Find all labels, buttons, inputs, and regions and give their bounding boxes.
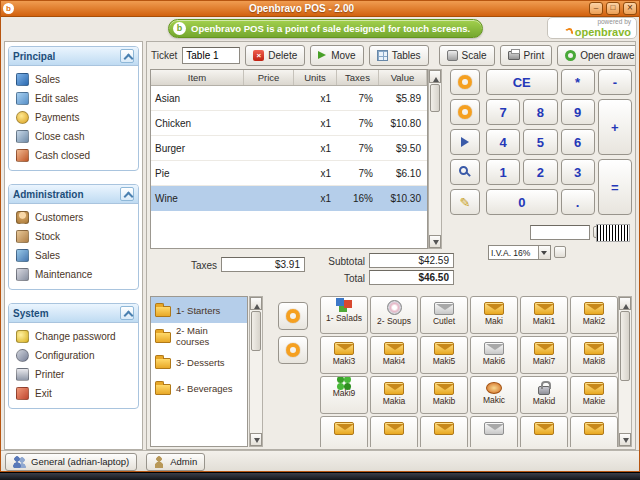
receipt-row[interactable]: Asianx17%$5.89: [151, 86, 427, 111]
sidebar-item-cash-closed[interactable]: Cash closed: [11, 146, 136, 165]
receipt-row[interactable]: Piex17%$6.10: [151, 161, 427, 186]
key-6[interactable]: 6: [561, 129, 595, 155]
key-8[interactable]: 8: [523, 99, 557, 125]
product-button[interactable]: Maki8: [570, 336, 618, 374]
product-button[interactable]: Maki9: [320, 376, 368, 414]
receipt-row-selected[interactable]: Winex116%$10.30: [151, 186, 427, 211]
sidebar-item-maintenance[interactable]: Maintenance: [11, 265, 136, 284]
product-button[interactable]: Makic: [470, 376, 518, 414]
sign-button[interactable]: [450, 129, 480, 155]
tax-select[interactable]: I.V.A. 16%: [488, 245, 551, 260]
key-CE[interactable]: CE: [486, 69, 558, 95]
open-drawer-button[interactable]: Open drawer: [557, 45, 636, 66]
product-button[interactable]: Maki3: [320, 336, 368, 374]
receipt-scrollbar[interactable]: [428, 69, 442, 249]
key-4[interactable]: 4: [486, 129, 520, 155]
scroll-up-button[interactable]: [429, 70, 441, 83]
product-button[interactable]: Maki5: [420, 336, 468, 374]
user-tab[interactable]: General (adrian-laptop): [5, 453, 137, 471]
move-button[interactable]: Move: [310, 45, 363, 66]
product-button[interactable]: 1- Salads: [320, 296, 368, 334]
amount-input[interactable]: [530, 225, 590, 240]
delete-button[interactable]: Delete: [245, 45, 305, 66]
sidebar-item-sales-admin[interactable]: Sales: [11, 246, 136, 265]
product-button[interactable]: Maki6: [470, 336, 518, 374]
key-0[interactable]: 0: [486, 189, 558, 215]
sidebar-item-customers[interactable]: Customers: [11, 208, 136, 227]
product-button[interactable]: [370, 416, 418, 447]
product-scrollbar[interactable]: [618, 296, 632, 447]
product-button[interactable]: [570, 416, 618, 447]
collapse-button-chevron-up-icon[interactable]: [120, 187, 134, 201]
category-up-button[interactable]: [278, 302, 308, 330]
scroll-down-button[interactable]: [429, 235, 441, 248]
scroll-up-button[interactable]: [250, 297, 262, 310]
scroll-up-button[interactable]: [619, 297, 631, 310]
edit-button[interactable]: [450, 189, 480, 215]
category-item-beverages[interactable]: 4- Beverages: [151, 375, 247, 401]
key-plus[interactable]: +: [598, 99, 632, 155]
product-button[interactable]: Maki7: [520, 336, 568, 374]
sidebar-item-payments[interactable]: Payments: [11, 108, 136, 127]
sidebar-item-close-cash[interactable]: Close cash: [11, 127, 136, 146]
key-equals[interactable]: =: [598, 159, 632, 215]
ticket-input[interactable]: [182, 47, 240, 64]
product-button[interactable]: [420, 416, 468, 447]
sidebar-item-sales[interactable]: Sales: [11, 70, 136, 89]
scroll-thumb[interactable]: [251, 311, 261, 351]
product-button[interactable]: Maki: [470, 296, 518, 334]
chevron-down-icon[interactable]: [538, 246, 550, 259]
sidebar-item-exit[interactable]: Exit: [11, 384, 136, 403]
scroll-down-button[interactable]: [619, 433, 631, 446]
key-minus[interactable]: -: [598, 69, 632, 95]
minimize-button[interactable]: [589, 2, 603, 15]
key-5[interactable]: 5: [523, 129, 557, 155]
product-button[interactable]: 2- Soups: [370, 296, 418, 334]
product-button[interactable]: Maki1: [520, 296, 568, 334]
aux-button-1[interactable]: [450, 69, 480, 95]
scale-button[interactable]: Scale: [439, 45, 495, 66]
key-multiply[interactable]: *: [561, 69, 595, 95]
key-3[interactable]: 3: [561, 159, 595, 185]
scroll-down-button[interactable]: [250, 433, 262, 446]
key-9[interactable]: 9: [561, 99, 595, 125]
product-button[interactable]: Cutlet: [420, 296, 468, 334]
receipt-row[interactable]: Burgerx17%$9.50: [151, 136, 427, 161]
print-button[interactable]: Print: [500, 45, 553, 66]
sidebar-item-change-password[interactable]: Change password: [11, 327, 136, 346]
aux-button-2[interactable]: [450, 99, 480, 125]
admin-tab[interactable]: Admin: [146, 453, 205, 471]
product-button[interactable]: Makib: [420, 376, 468, 414]
product-button[interactable]: [520, 416, 568, 447]
tables-button[interactable]: Tables: [369, 45, 429, 66]
receipt-row[interactable]: Chickenx17%$10.80: [151, 111, 427, 136]
collapse-button-chevron-up-icon[interactable]: [120, 49, 134, 63]
key-1[interactable]: 1: [486, 159, 520, 185]
sidebar-item-edit-sales[interactable]: Edit sales: [11, 89, 136, 108]
product-button[interactable]: Makie: [570, 376, 618, 414]
category-scrollbar[interactable]: [249, 296, 263, 447]
product-button[interactable]: Makid: [520, 376, 568, 414]
product-button[interactable]: Maki2: [570, 296, 618, 334]
category-down-button[interactable]: [278, 336, 308, 364]
key-decimal[interactable]: .: [561, 189, 595, 215]
key-7[interactable]: 7: [486, 99, 520, 125]
category-item-desserts[interactable]: 3- Desserts: [151, 349, 247, 375]
close-button[interactable]: [623, 2, 637, 15]
scroll-thumb[interactable]: [620, 311, 630, 381]
category-item-main-courses[interactable]: 2- Main courses: [151, 323, 247, 349]
maximize-button[interactable]: [606, 2, 620, 15]
category-item-starters[interactable]: 1- Starters: [151, 297, 247, 323]
mini-button-bottom[interactable]: [554, 246, 566, 258]
key-2[interactable]: 2: [523, 159, 557, 185]
product-button[interactable]: [320, 416, 368, 447]
search-button[interactable]: [450, 159, 480, 185]
sidebar-item-printer[interactable]: Printer: [11, 365, 136, 384]
sidebar-item-configuration[interactable]: Configuration: [11, 346, 136, 365]
sidebar-item-stock[interactable]: Stock: [11, 227, 136, 246]
product-button[interactable]: Maki4: [370, 336, 418, 374]
product-button[interactable]: Makia: [370, 376, 418, 414]
product-button[interactable]: [470, 416, 518, 447]
collapse-button-chevron-up-icon[interactable]: [120, 306, 134, 320]
scroll-thumb[interactable]: [430, 84, 440, 112]
